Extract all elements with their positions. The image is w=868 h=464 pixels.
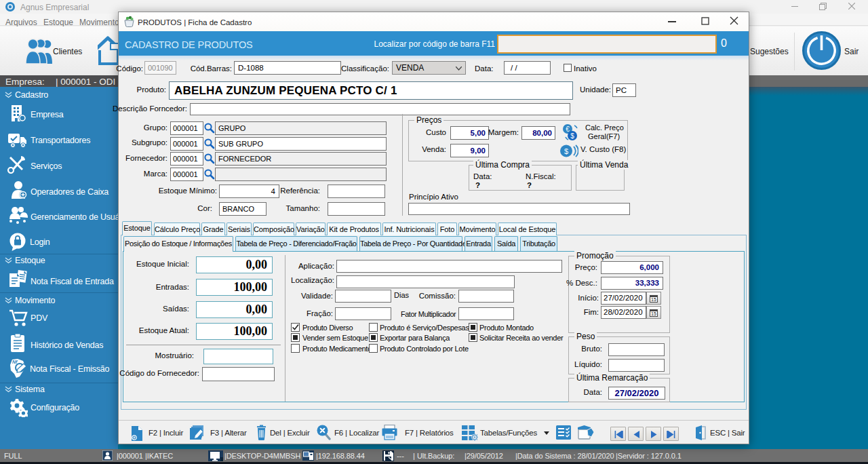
svg-text:Nf: Nf xyxy=(12,360,18,364)
svg-text:€: € xyxy=(566,125,570,133)
svg-text:15: 15 xyxy=(651,297,656,302)
svg-text:$: $ xyxy=(564,147,568,155)
svg-text:$: $ xyxy=(570,132,574,140)
svg-text:15: 15 xyxy=(651,311,656,316)
